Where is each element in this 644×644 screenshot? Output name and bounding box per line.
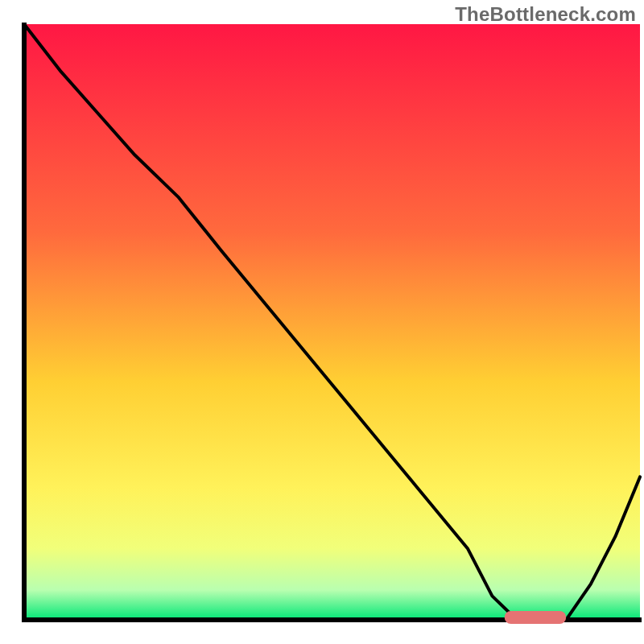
plot-background <box>24 24 640 620</box>
bottleneck-chart <box>0 0 644 644</box>
chart-stage: TheBottleneck.com <box>0 0 644 644</box>
optimal-range-marker <box>505 611 567 624</box>
